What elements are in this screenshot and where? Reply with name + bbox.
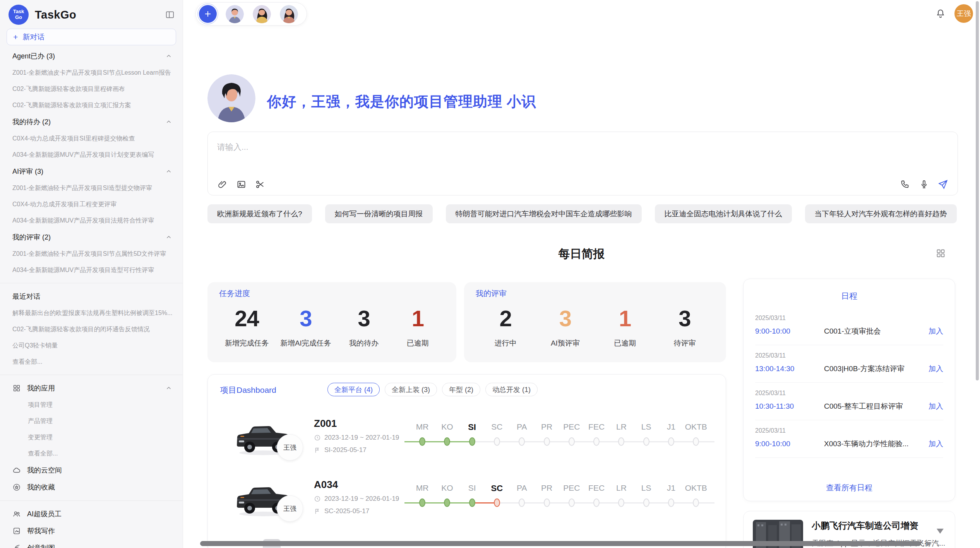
- view-all-chats-link[interactable]: 查看全部...: [0, 354, 183, 370]
- milestone-dot[interactable]: [569, 437, 575, 446]
- dashboard-filter-chip[interactable]: 全新平台 (4): [327, 383, 380, 396]
- section-label: Agent已办 (3): [12, 51, 55, 61]
- milestone-dot[interactable]: [569, 498, 575, 507]
- sidebar-task-item[interactable]: Z001-全新燃油皮卡产品开发项目SI节点Lesson Learn报告: [0, 65, 183, 81]
- sidebar-tool-write[interactable]: 帮我写作: [0, 522, 183, 539]
- phone-icon[interactable]: [900, 179, 910, 190]
- sidebar-task-item[interactable]: C02-飞腾新能源轻客改款项目里程碑画布: [0, 81, 183, 97]
- stat-value: 2: [499, 307, 511, 330]
- recent-chat-item[interactable]: 解释最新出台的欧盟报废车法规再生塑料比例被调至15%...: [0, 305, 183, 321]
- scroll-right-arrow[interactable]: [927, 541, 932, 546]
- sidebar-task-item[interactable]: C0X4-动力总成开发项目工程变更评审: [0, 196, 183, 212]
- sidebar-task-item[interactable]: A034-全新新能源MUV产品开发项目法规符合性评审: [0, 212, 183, 229]
- sidebar-task-item[interactable]: Z001-全新燃油轻卡产品开发项目SI造型提交物评审: [0, 180, 183, 196]
- milestone-dot[interactable]: [618, 437, 624, 446]
- chat-input[interactable]: [216, 140, 949, 154]
- milestone-dot[interactable]: [544, 498, 550, 507]
- milestone-dot[interactable]: [419, 498, 425, 507]
- project-code[interactable]: A034: [314, 479, 399, 490]
- sidebar-tool-people[interactable]: AI超级员工: [0, 505, 183, 522]
- milestone-dot[interactable]: [643, 437, 649, 446]
- milestone-dot[interactable]: [444, 437, 450, 446]
- sidebar-task-item[interactable]: A034-全新新能源MUV产品开发项目计划变更表编写: [0, 147, 183, 163]
- sidebar-task-item[interactable]: C0X4-动力总成开发项目SI里程碑提交物检查: [0, 130, 183, 147]
- sidebar-toggle-icon[interactable]: [165, 10, 175, 20]
- assistant-avatar-3[interactable]: [280, 5, 298, 23]
- milestone-dot[interactable]: [643, 498, 649, 507]
- suggestion-chip[interactable]: 当下年轻人对汽车外观有怎样的喜好趋势: [805, 204, 957, 223]
- suggestion-chip[interactable]: 比亚迪全固态电池计划具体说了什么: [655, 204, 792, 223]
- divider: [0, 283, 183, 283]
- app-item[interactable]: 项目管理: [0, 397, 183, 413]
- add-assistant-button[interactable]: [199, 5, 217, 23]
- sidebar-section-header[interactable]: 我的待办 (2): [0, 113, 183, 130]
- my-cloud-space-item[interactable]: 我的云空间: [0, 462, 183, 479]
- sidebar-section-header[interactable]: 我的评审 (2): [0, 229, 183, 246]
- milestone-dot[interactable]: [469, 437, 475, 446]
- milestone-dot[interactable]: [593, 498, 600, 507]
- dashboard-filter-chip[interactable]: 全新上装 (3): [385, 383, 437, 396]
- microphone-icon[interactable]: [919, 179, 929, 190]
- project-code[interactable]: Z001: [314, 418, 399, 429]
- scissors-icon[interactable]: [255, 179, 266, 190]
- view-all-apps-link[interactable]: 查看全部...: [0, 445, 183, 462]
- app-title: TaskGo: [35, 9, 76, 21]
- milestone-label: MR: [416, 483, 429, 493]
- chevron-up-icon: [165, 52, 173, 60]
- milestone-dot[interactable]: [419, 437, 425, 446]
- attachment-icon[interactable]: [217, 179, 228, 190]
- milestone-dot[interactable]: [693, 437, 699, 446]
- milestone-dot[interactable]: [593, 437, 600, 446]
- sidebar-section-header[interactable]: Agent已办 (3): [0, 48, 183, 65]
- milestone-dot[interactable]: [519, 498, 525, 507]
- scroll-down-arrow[interactable]: [937, 529, 944, 534]
- recent-chat-item[interactable]: C02-飞腾新能源轻客改款项目的闭环通告反馈情况: [0, 321, 183, 337]
- tool-label: 创意制图: [27, 543, 55, 548]
- view-all-schedule-link[interactable]: 查看所有日程: [744, 483, 955, 493]
- milestone-dot[interactable]: [494, 437, 500, 446]
- assistant-avatar-2[interactable]: [253, 5, 271, 23]
- milestone-dot[interactable]: [444, 498, 450, 507]
- suggestion-chip[interactable]: 如何写一份清晰的项目周报: [325, 204, 433, 223]
- milestone-dot[interactable]: [469, 498, 475, 507]
- join-link[interactable]: 加入: [929, 401, 943, 411]
- join-link[interactable]: 加入: [929, 326, 943, 336]
- user-avatar[interactable]: 王强: [954, 4, 973, 23]
- milestone-dot[interactable]: [519, 437, 525, 446]
- join-link[interactable]: 加入: [929, 439, 943, 449]
- my-favorites-item[interactable]: 我的收藏: [0, 479, 183, 496]
- my-apps-header[interactable]: 我的应用: [0, 380, 183, 397]
- stat-value: 3: [559, 307, 571, 330]
- stat-value: 1: [412, 307, 424, 330]
- milestone-dot[interactable]: [544, 437, 550, 446]
- milestone-dot[interactable]: [693, 498, 699, 507]
- milestone-dot[interactable]: [668, 498, 674, 507]
- sidebar-section-header[interactable]: AI评审 (3): [0, 163, 183, 180]
- milestone-label: LS: [641, 483, 651, 493]
- assistant-avatar-large: [207, 74, 255, 122]
- sidebar-tool-quill[interactable]: 创意制图: [0, 539, 183, 548]
- image-icon[interactable]: [236, 179, 247, 190]
- new-chat-button[interactable]: + 新对话: [7, 29, 176, 45]
- milestone-dot[interactable]: [494, 498, 500, 507]
- send-icon[interactable]: [938, 179, 948, 190]
- dashboard-filter-chip[interactable]: 动总开发 (1): [485, 383, 538, 396]
- suggestion-chip[interactable]: 特朗普可能对进口汽车增税会对中国车企造成哪些影响: [446, 204, 642, 223]
- layout-grid-icon[interactable]: [935, 248, 946, 260]
- suggestion-chip[interactable]: 欧洲新规最近颁布了什么?: [207, 204, 312, 223]
- sidebar-task-item[interactable]: A034-全新新能源MUV产品开发项目造型可行性评审: [0, 262, 183, 278]
- dashboard-filter-chip[interactable]: 年型 (2): [442, 383, 480, 396]
- milestone-label: SI: [468, 422, 476, 432]
- sidebar-task-item[interactable]: C02-飞腾新能源轻客改款项目立项汇报方案: [0, 97, 183, 113]
- milestone-dot[interactable]: [618, 498, 624, 507]
- join-link[interactable]: 加入: [929, 364, 943, 374]
- app-item[interactable]: 产品管理: [0, 413, 183, 429]
- assistant-avatar-1[interactable]: [226, 5, 244, 23]
- horizontal-scrollbar[interactable]: [200, 541, 921, 546]
- notification-bell-icon[interactable]: [935, 8, 946, 21]
- milestone-dot[interactable]: [668, 437, 674, 446]
- recent-chat-item[interactable]: 公司Q3轻卡销量: [0, 337, 183, 354]
- app-item[interactable]: 变更管理: [0, 429, 183, 445]
- sidebar-task-item[interactable]: Z001-全新燃油轻卡产品开发项目SI节点属性5D文件评审: [0, 246, 183, 262]
- vertical-scrollbar[interactable]: [976, 1, 979, 380]
